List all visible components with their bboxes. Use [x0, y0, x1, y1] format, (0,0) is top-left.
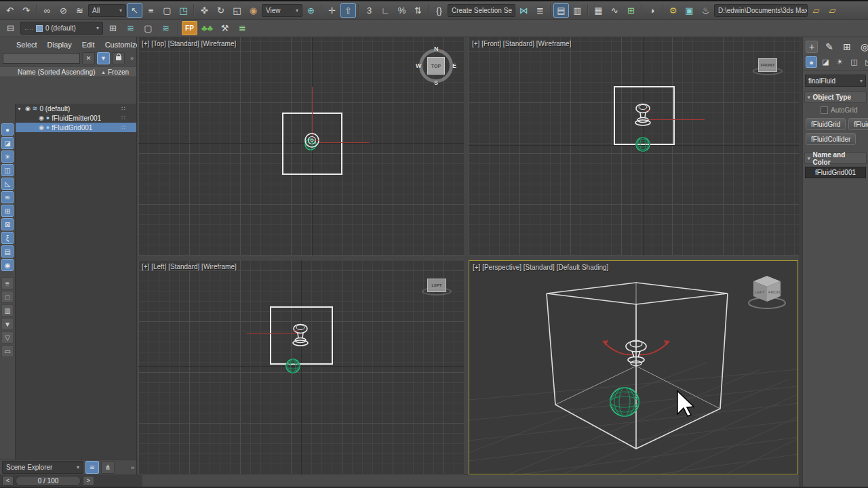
redo-icon[interactable]: ↷ ▾	[18, 3, 34, 18]
lock-icon[interactable]	[112, 52, 125, 64]
viewcube[interactable]: TOP N E S W	[418, 47, 454, 84]
time-slider[interactable]: 0 / 100	[16, 476, 81, 486]
display-lights-icon[interactable]: ☀	[1, 150, 14, 163]
selection-region-icon[interactable]: ▢ ▾	[159, 3, 175, 18]
visibility-eye-icon[interactable]: ◉	[39, 124, 44, 131]
project-folder-dropdown[interactable]: D:\edwin\Documents\3ds Max 2020 ▾	[714, 4, 808, 17]
set-current-layer-icon[interactable]: ≋	[158, 21, 174, 35]
fluid-emitter[interactable]	[291, 323, 310, 348]
modify-tab[interactable]: ✎	[823, 41, 835, 53]
keyboard-override-icon[interactable]: ⇧ ▾	[340, 3, 356, 18]
filter-selection-icon[interactable]: ▼	[97, 52, 110, 64]
viewport-label[interactable]: [+] [Perspective] [Standard] [Default Sh…	[473, 264, 608, 271]
curve-editor-icon[interactable]: ∿ ▾	[607, 3, 623, 18]
column-frozen[interactable]: Frozen	[108, 68, 136, 76]
spinner-snap-icon[interactable]: ⇅ ▾	[410, 3, 426, 18]
select-link-icon[interactable]: ∞ ▾	[39, 3, 55, 18]
display-helpers-icon[interactable]: ◺	[1, 178, 14, 190]
column-name[interactable]: Name (Sorted Ascending)	[18, 68, 101, 76]
archive-icon[interactable]: ▭	[1, 345, 14, 357]
cameras-category-icon[interactable]: ◫	[848, 56, 860, 68]
material-editor-icon[interactable]: ◑ ▾	[644, 3, 660, 18]
create-tab[interactable]: +	[806, 41, 818, 53]
expander-icon[interactable]: ▼	[17, 106, 23, 111]
select-rotate-icon[interactable]: ↻ ▾	[213, 3, 229, 18]
motion-tab[interactable]: ◎	[859, 41, 868, 53]
layer-dropdown[interactable]: ‥ ‥ 0 (default) ▾	[20, 22, 103, 35]
autogrid-checkbox[interactable]	[821, 106, 828, 114]
filter-icon[interactable]: ▽	[1, 331, 14, 344]
shapes-category-icon[interactable]: ◪	[820, 56, 831, 68]
trees-plugin-icon[interactable]: ♣♣	[199, 21, 215, 35]
helpers-category-icon[interactable]: ◺	[863, 56, 868, 68]
unlink-selection-icon[interactable]: ⊘ ▾	[56, 3, 71, 18]
undo-icon[interactable]: ↶ ▾	[2, 3, 18, 18]
ffluidemitter-button[interactable]: fFluidEmitter	[848, 118, 868, 130]
sort-by-hierarchy-icon[interactable]: ⋔	[101, 461, 115, 474]
viewport-perspective[interactable]: [+] [Perspective] [Standard] [Default Sh…	[469, 260, 798, 474]
plugin-list-icon[interactable]: ≣	[235, 21, 250, 35]
toolbar-separator[interactable]: ▾	[321, 4, 322, 16]
selection-filter-dropdown[interactable]: All ▾	[88, 4, 126, 17]
explorer-selector-dropdown[interactable]: Scene Explorer ▾	[2, 461, 83, 474]
row-ffluidemitter001[interactable]: ◉ ● fFluidEmitter001 ∷	[16, 113, 136, 123]
frozen-toggle-icon[interactable]: ∷	[111, 115, 136, 121]
display-geometry-icon[interactable]: ●	[1, 123, 14, 136]
toolbar-separator[interactable]: ▾	[587, 4, 589, 16]
toggle-ribbon-icon[interactable]: ▦ ▾	[591, 3, 606, 18]
select-manipulate-icon[interactable]: ✛ ▾	[324, 3, 340, 18]
compass-north[interactable]: N	[434, 45, 439, 52]
overflow-chevrons-icon[interactable]: »	[130, 55, 134, 62]
open-project-folder-icon[interactable]: ▱ ▾	[825, 3, 840, 18]
lights-category-icon[interactable]: ☀	[834, 56, 846, 68]
reference-coordinate-dropdown[interactable]: View ▾	[262, 4, 302, 17]
rollout-name-and-color[interactable]: ▾ Name and Color	[804, 152, 867, 164]
viewcube-face[interactable]: TOP	[427, 57, 445, 75]
named-selection-sets-icon[interactable]: {} ▾	[431, 3, 447, 18]
ffluidcollider-button[interactable]: fFluidCollider	[806, 133, 856, 145]
display-groups-icon[interactable]: ⊞	[1, 205, 14, 217]
align-icon[interactable]: ≣ ▾	[532, 3, 548, 18]
row-layer-0-default[interactable]: ▼ ◉ ≋ 0 (default) ∷	[16, 104, 136, 113]
viewport-front[interactable]: [+] [Front] [Standard] [Wireframe] FRONT	[469, 37, 799, 256]
layer-manager-icon[interactable]: ⊟	[3, 21, 18, 35]
select-by-name-icon[interactable]: ≡ ▾	[143, 3, 159, 18]
previous-frame-button[interactable]: <	[2, 476, 14, 486]
sort-by-layer-icon[interactable]: ≋	[85, 461, 99, 474]
render-production-icon[interactable]: ♨ ▾	[698, 3, 713, 18]
toggle-layer-explorer-icon[interactable]: ▥ ▾	[570, 3, 585, 18]
visibility-eye-icon[interactable]: ◉	[39, 115, 44, 121]
clear-search-icon[interactable]: ✕	[82, 52, 95, 64]
view-list-icon[interactable]: □	[1, 291, 14, 303]
select-move-icon[interactable]: ✜ ▾	[197, 3, 212, 18]
bind-to-space-warp-icon[interactable]: ≋ ▾	[72, 3, 87, 18]
toolbar-separator[interactable]: ▾	[428, 4, 429, 16]
use-pivot-center-icon[interactable]: ⊕ ▾	[303, 3, 319, 18]
rendered-frame-icon[interactable]: ▣ ▾	[682, 3, 697, 18]
viewport-label[interactable]: [+] [Front] [Standard] [Wireframe]	[472, 40, 571, 47]
fluid-collider-sphere[interactable]	[285, 358, 301, 374]
geometry-category-icon[interactable]: ●	[806, 56, 817, 68]
percent-snap-icon[interactable]: % ▾	[394, 3, 410, 18]
viewcube-mini[interactable]: LEFT	[427, 279, 446, 292]
viewport-top[interactable]: [+] [Top] [Standard] [Wireframe] TOP N E	[138, 37, 464, 256]
render-setup-icon[interactable]: ⚙ ▾	[665, 3, 681, 18]
add-selection-to-layer-icon[interactable]: ≋	[123, 21, 138, 35]
compass-east[interactable]: E	[452, 62, 456, 69]
toolbar-separator[interactable]: ▾	[641, 4, 642, 16]
angle-snap-icon[interactable]: ∟ ▾	[378, 3, 393, 18]
select-objects-in-layer-icon[interactable]: ▢	[140, 21, 156, 35]
display-visibility-icon[interactable]: ◉	[1, 259, 14, 271]
fluid-emitter[interactable]	[303, 131, 321, 149]
scene-explorer-column-header[interactable]: Name (Sorted Ascending) ▲ Frozen	[0, 66, 136, 77]
create-new-layer-icon[interactable]: ⊞	[105, 21, 121, 35]
select-place-icon[interactable]: ◉ ▾	[245, 3, 261, 18]
display-shapes-icon[interactable]: ◪	[1, 137, 14, 149]
frozen-toggle-icon[interactable]: ∷	[111, 105, 136, 112]
object-name-field[interactable]: fFluidGrid001	[805, 167, 866, 178]
toolbar-separator[interactable]: ▾	[358, 4, 359, 16]
hierarchy-tab[interactable]: ⊞	[841, 41, 853, 53]
set-project-folder-icon[interactable]: ▱ ▾	[808, 3, 824, 18]
viewport-left[interactable]: [+] [Left] [Standard] [Wireframe] LEFT	[138, 260, 464, 474]
fluid-collider-sphere[interactable]	[635, 136, 651, 152]
